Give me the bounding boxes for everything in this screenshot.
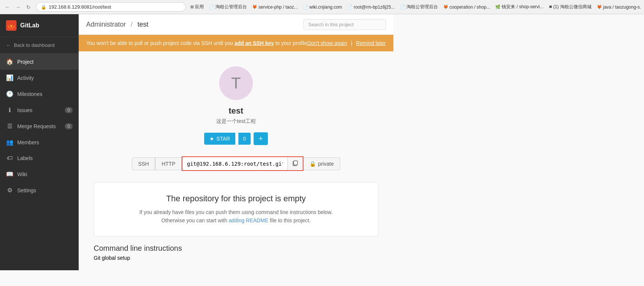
star-count-button[interactable]: 0 [238,133,251,145]
activity-icon: 📊 [6,74,13,81]
bookmark-3[interactable]: 📄 wiki.cnjiang.com [302,4,344,10]
back-to-dashboard[interactable]: ← Back to dashboard [0,37,79,54]
sidebar-item-label: Activity [17,75,34,81]
dont-show-link[interactable]: Don't show again [307,40,347,46]
sidebar-item-milestones[interactable]: 🕐 Milestones [0,86,79,102]
bookmark-9[interactable]: 🦊 java / taozugong-s... [595,4,641,10]
fox-icon-2: 🦊 [443,4,448,9]
cmd-section-title: Command line instructions [94,244,378,253]
empty-repo-title: The repository for this project is empty [102,194,371,204]
breadcrumb-admin[interactable]: Administrator [86,21,126,28]
file-icon-3: 📄 [347,4,353,9]
bookmark-2[interactable]: 🦊 service-php / taoz... [251,4,299,10]
url-section: SSH HTTP 🔒 private [132,156,340,171]
alert-separator: | [351,40,353,46]
page-header: Administrator / test Search in this proj… [79,14,393,35]
bookmark-7[interactable]: 🌿 钱安来 / shop-servi... [494,3,545,11]
alert-suffix: to your profile [275,40,307,46]
bookmark-label: wiki.cnjiang.com [309,4,342,10]
empty-repo-line1: If you already have files you can push t… [102,208,371,216]
settings-icon: ⚙ [6,187,13,194]
breadcrumb: Administrator / test [86,21,148,28]
alert-banner: You won't be able to pull or push projec… [79,35,393,51]
remind-later-link[interactable]: Remind later [356,40,386,46]
address-bar[interactable]: 🔒 192.168.6.129:8081/root/test [36,2,186,12]
bookmark-apps[interactable]: ⊞ 应用 [189,3,205,11]
sidebar-item-labels[interactable]: 🏷 Labels [0,150,79,166]
alert-link[interactable]: add an SSH key [235,40,274,46]
empty-repo-line2-after: file to this project. [270,217,311,223]
bookmark-4[interactable]: 📄 root@rm-bp1z8j25... [346,4,396,10]
project-content: T test 这是一个test工程 ★ STAR 0 + SSH [79,51,393,270]
bookmark-label: 应用 [195,4,204,10]
page-body: You won't be able to pull or push projec… [79,35,393,270]
ssh-tab[interactable]: SSH [132,157,155,170]
labels-icon: 🏷 [6,155,13,162]
sidebar-item-wiki[interactable]: 📖 Wiki [0,166,79,182]
bookmark-label: (1) 淘租公微信商城 [553,4,592,10]
breadcrumb-separator: / [131,21,133,28]
sidebar-item-activity[interactable]: 📊 Activity [0,70,79,86]
bookmark-label: service-php / taoz... [258,4,298,10]
sidebar-item-issues[interactable]: ℹ Issues 0 [0,102,79,118]
avatar-letter: T [231,74,241,92]
sidebar-item-label: Issues [17,107,32,113]
home-icon: 🏠 [6,58,13,65]
bookmark-label: java / taozugong-s... [603,4,641,10]
adding-readme-link[interactable]: adding README [229,217,268,223]
search-box[interactable]: Search in this project [303,19,386,30]
sidebar-item-label: Settings [17,187,36,193]
issues-icon: ℹ [6,106,13,114]
leaf-icon: 🌿 [495,4,501,9]
search-placeholder: Search in this project [308,22,354,27]
project-name: test [229,106,243,116]
http-tab[interactable]: HTTP [155,157,182,170]
url-text: 192.168.6.129:8081/root/test [49,4,111,10]
sidebar-item-members[interactable]: 👥 Members [0,134,79,150]
plus-button[interactable]: + [254,132,268,145]
sidebar: GitLab ← Back to dashboard 🏠 Project 📊 A… [0,14,79,270]
sidebar-header: GitLab [0,14,79,37]
bookmark-6[interactable]: 🦊 cooperation / shop... [442,4,492,10]
forward-button[interactable]: → [13,3,22,12]
breadcrumb-project: test [137,21,148,28]
fox-icon-3: 🦊 [597,4,602,9]
empty-repo-line2: Otherwise you can start with adding READ… [102,216,371,225]
issues-badge: 0 [65,107,73,113]
bookmark-1[interactable]: 📄 淘租公管理后台 [208,3,248,11]
back-button[interactable]: ← [3,3,12,12]
sidebar-item-project[interactable]: 🏠 Project [0,54,79,70]
star-button[interactable]: ★ STAR [204,133,235,145]
reload-button[interactable]: ↻ [24,3,33,12]
cmd-section: Command line instructions Git global set… [86,244,386,270]
bookmark-label: 淘租公管理后台 [406,4,438,10]
app-body: GitLab ← Back to dashboard 🏠 Project 📊 A… [0,14,644,270]
page-wrapper: Administrator / test Search in this proj… [79,14,393,270]
sidebar-item-label: Wiki [17,171,27,177]
copy-url-button[interactable] [287,157,303,170]
back-label: Back to dashboard [14,42,54,48]
empty-repo-line2-before: Otherwise you can start with [161,217,227,223]
bookmark-label: 淘租公管理后台 [215,4,247,10]
star-label: STAR [217,136,230,142]
file-icon-4: 📄 [400,4,405,9]
x-icon: ✖ [549,4,552,9]
project-actions: ★ STAR 0 + [204,132,268,145]
gitlab-logo [6,20,16,31]
git-url-input[interactable] [182,158,287,170]
back-arrow-icon: ← [6,42,11,48]
sidebar-item-settings[interactable]: ⚙ Settings [0,182,79,198]
alert-text: You won't be able to pull or push projec… [86,40,307,46]
sidebar-item-label: Merge Requests [17,123,56,129]
sidebar-item-label: Labels [17,155,33,161]
bookmark-8[interactable]: ✖ (1) 淘租公微信商城 [547,3,593,11]
apps-icon: ⊞ [190,4,194,9]
fox-icon: 🦊 [252,4,257,9]
members-icon: 👥 [6,139,13,146]
sidebar-item-merge-requests[interactable]: ☰ Merge Requests 0 [0,118,79,134]
private-label: private [318,161,334,167]
project-avatar: T [219,66,253,100]
bookmark-5[interactable]: 📄 淘租公管理后台 [399,3,439,11]
merge-badge: 0 [65,123,73,129]
gitlab-title: GitLab [20,22,39,29]
